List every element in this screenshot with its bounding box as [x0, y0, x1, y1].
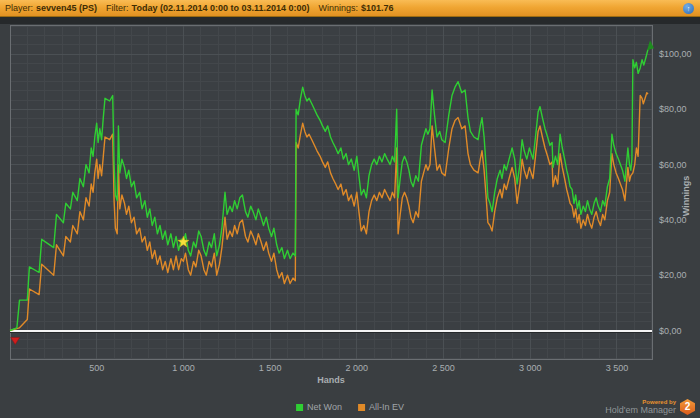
y-tick-label: $80,00: [659, 104, 687, 114]
net-won-swatch-icon: [296, 404, 303, 411]
winnings-chart-region: 5001 0001 5002 0002 5003 0003 500$0,00$2…: [0, 24, 700, 418]
y-tick-label: $60,00: [659, 160, 687, 170]
legend-label: Net Won: [307, 402, 342, 412]
player-value: sevven45 (PS): [36, 3, 97, 13]
chart-legend: Net WonAll-In EV: [296, 402, 404, 412]
legend-item-all-in-ev[interactable]: All-In EV: [358, 402, 404, 412]
powered-by-block: Powered by Hold'em Manager 2: [605, 399, 695, 415]
player-label: Player:: [5, 3, 33, 13]
x-tick-label: 3 000: [519, 363, 542, 373]
x-tick-label: 3 500: [606, 363, 629, 373]
legend-item-net-won[interactable]: Net Won: [296, 402, 342, 412]
y-tick-label: $0,00: [659, 326, 682, 336]
filter-label: Filter:: [106, 3, 129, 13]
winnings-chart-canvas: 5001 0001 5002 0002 5003 0003 500$0,00$2…: [0, 24, 700, 418]
header-bar: Player:sevven45 (PS)Filter:Today (02.11.…: [0, 0, 700, 17]
brand-badge-icon: 2: [680, 399, 695, 415]
winnings-value: $101.76: [361, 3, 394, 13]
y-axis-title: Winnings: [681, 176, 691, 216]
filter-value: Today (02.11.2014 0:00 to 03.11.2014 0:0…: [132, 3, 310, 13]
x-axis-title: Hands: [317, 375, 345, 385]
x-tick-label: 500: [89, 363, 104, 373]
x-tick-label: 1 000: [172, 363, 195, 373]
legend-label: All-In EV: [369, 402, 404, 412]
brand-name: Hold'em Manager: [605, 405, 676, 415]
winnings-label: Winnings:: [319, 3, 359, 13]
x-tick-label: 2 000: [346, 363, 369, 373]
powered-by-text: Powered by Hold'em Manager: [605, 399, 676, 415]
up-arrow-circle-icon[interactable]: ↑: [683, 3, 694, 14]
x-tick-label: 1 500: [259, 363, 282, 373]
y-tick-label: $100,00: [659, 49, 692, 59]
x-tick-label: 2 500: [432, 363, 455, 373]
all-in-ev-swatch-icon: [358, 404, 365, 411]
header-divider: [0, 17, 700, 24]
y-tick-label: $20,00: [659, 270, 687, 280]
holdem-manager-window: Player:sevven45 (PS)Filter:Today (02.11.…: [0, 0, 700, 418]
